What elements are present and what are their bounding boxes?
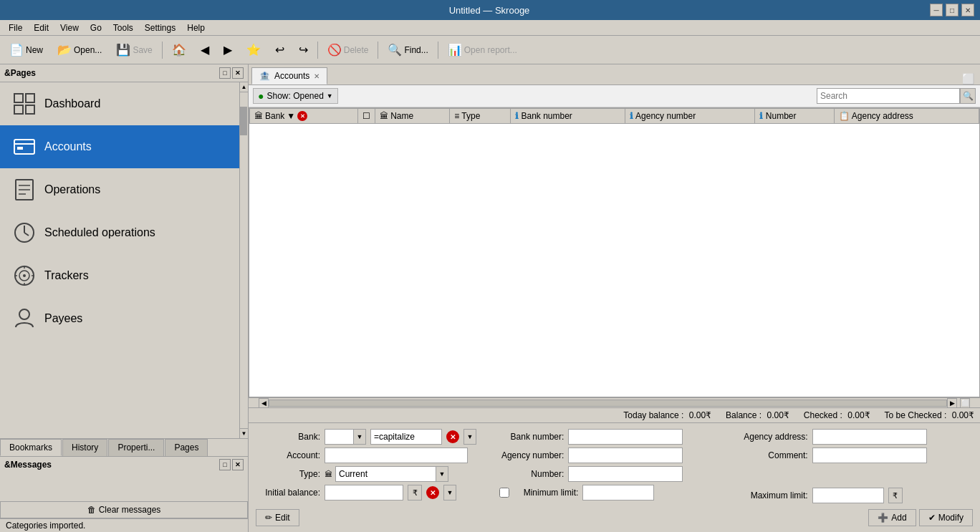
forward-button[interactable]: ▶ <box>217 39 239 62</box>
modify-label: Modify <box>938 513 964 523</box>
menu-file[interactable]: File <box>3 21 28 34</box>
col-checkbox[interactable]: ☐ <box>357 109 375 124</box>
minimize-button[interactable]: ─ <box>930 4 943 16</box>
scroll-down-button[interactable]: ▼ <box>240 428 248 438</box>
home-button[interactable]: 🏠 <box>165 39 193 62</box>
close-button[interactable]: ✕ <box>961 4 974 16</box>
form-columns: Bank: ▼ ✕ ▼ Account: <box>256 429 973 506</box>
maximum-limit-input[interactable] <box>812 488 884 503</box>
col-name[interactable]: 🏛 Name <box>375 109 449 124</box>
accounts-tab-close[interactable]: ✕ <box>314 72 320 80</box>
nav-item-dashboard[interactable]: Dashboard <box>0 82 239 125</box>
messages-restore-button[interactable]: □ <box>219 459 231 470</box>
horizontal-scrollbar: ◀ ▶ ⬜ <box>249 397 980 407</box>
new-button[interactable]: 📄 New <box>3 39 49 62</box>
col-agency-number[interactable]: ℹ Agency number <box>625 109 755 124</box>
col-bank[interactable]: 🏛 Bank ▼ ✕ <box>250 109 358 124</box>
bank-filter-clear[interactable]: ✕ <box>297 111 307 121</box>
tab-history[interactable]: History <box>62 439 107 456</box>
menu-tools[interactable]: Tools <box>107 21 139 34</box>
pages-title: &Pages <box>4 68 36 78</box>
add-button[interactable]: ➕ Add <box>868 509 916 526</box>
bank-clear-button[interactable]: ✕ <box>446 430 459 443</box>
h-scroll-track[interactable] <box>269 400 947 407</box>
back-button[interactable]: ◀ <box>194 39 216 62</box>
scroll-up-button[interactable]: ▲ <box>240 82 248 92</box>
balance-clear-button[interactable]: ✕ <box>426 486 439 499</box>
type-input[interactable] <box>335 466 436 482</box>
bank-field-label: Bank: <box>256 432 320 442</box>
panel-close-button[interactable]: ✕ <box>232 67 244 79</box>
show-opened-button[interactable]: ● Show: Opened ▼ <box>253 88 338 104</box>
search-button[interactable]: 🔍 <box>960 88 976 104</box>
col-type[interactable]: ≡ Type <box>450 109 511 124</box>
accounts-tab[interactable]: 🏦 Accounts ✕ <box>251 67 327 84</box>
initial-balance-input[interactable] <box>325 485 403 500</box>
agency-address-input[interactable] <box>812 429 927 445</box>
bank-number-input[interactable] <box>568 429 683 445</box>
table-container[interactable]: 🏛 Bank ▼ ✕ ☐ 🏛 Name <box>249 107 980 397</box>
menu-help[interactable]: Help <box>181 21 211 34</box>
menu-go[interactable]: Go <box>85 21 107 34</box>
minimum-limit-checkbox[interactable] <box>499 488 509 498</box>
pages-scrollbar: ▲ ▼ <box>239 82 248 438</box>
nav-item-trackers[interactable]: Trackers <box>0 254 239 297</box>
balance-label: Balance : 0.00₹ <box>726 410 789 420</box>
number-input[interactable] <box>568 466 683 482</box>
bank-format-input[interactable] <box>370 429 442 445</box>
balance-dropdown-button[interactable]: ▼ <box>443 485 456 500</box>
messages-close-button[interactable]: ✕ <box>232 459 244 470</box>
undo-button[interactable]: ↩ <box>269 39 291 62</box>
delete-button[interactable]: 🚫 Delete <box>321 39 375 62</box>
currency-button[interactable]: ₹ <box>408 485 422 500</box>
agency-address-field-label: Agency address: <box>744 432 808 442</box>
maximize-button[interactable]: □ <box>946 4 959 16</box>
bank-input[interactable] <box>325 429 353 445</box>
tab-bookmarks[interactable]: Bookmarks <box>0 439 62 456</box>
scroll-thumb[interactable] <box>240 107 247 135</box>
tab-pages[interactable]: Pages <box>165 439 208 456</box>
form-left-column: Bank: ▼ ✕ ▼ Account: <box>256 429 485 506</box>
modify-button[interactable]: ✔ Modify <box>919 509 973 526</box>
nav-item-accounts[interactable]: Accounts <box>0 125 239 168</box>
bookmark-button[interactable]: ⭐ <box>240 39 267 62</box>
window-controls: ─ □ ✕ <box>930 4 974 16</box>
nav-item-scheduled[interactable]: Scheduled operations <box>0 211 239 254</box>
form-middle-column: Bank number: Agency number: Number: Mini… <box>499 429 729 506</box>
tab-properties[interactable]: Properti... <box>108 439 164 456</box>
nav-item-payees[interactable]: Payees <box>0 297 239 340</box>
bank-format-dropdown[interactable]: ▼ <box>463 429 476 445</box>
comment-input[interactable] <box>812 448 927 463</box>
type-dropdown-button[interactable]: ▼ <box>436 466 448 482</box>
save-button[interactable]: 💾 Save <box>110 39 158 62</box>
form-right-buttons: ➕ Add ✔ Modify <box>868 509 973 526</box>
redo-button[interactable]: ↪ <box>292 39 314 62</box>
menu-edit[interactable]: Edit <box>28 21 54 34</box>
col-number[interactable]: ℹ Number <box>755 109 835 124</box>
report-button[interactable]: 📊 Open report... <box>441 39 524 62</box>
col-bank-number[interactable]: ℹ Bank number <box>511 109 625 124</box>
restore-panel-icon[interactable]: ⬜ <box>962 73 974 84</box>
minimum-limit-input[interactable] <box>582 485 654 500</box>
restore-view-button[interactable]: ⬜ <box>960 398 970 408</box>
edit-button[interactable]: ✏ Edit <box>256 509 299 526</box>
clear-messages-button[interactable]: 🗑 Clear messages <box>0 501 248 518</box>
form-right-column: Agency address: Comment: Maximum limit: … <box>744 429 973 506</box>
accounts-table: 🏛 Bank ▼ ✕ ☐ 🏛 Name <box>249 108 979 124</box>
panel-restore-button[interactable]: □ <box>219 67 231 79</box>
scroll-left-button[interactable]: ◀ <box>259 398 269 408</box>
find-button[interactable]: 🔍 Find... <box>381 39 434 62</box>
agency-number-input[interactable] <box>568 448 683 463</box>
trackers-label: Trackers <box>44 269 89 282</box>
open-button[interactable]: 📂 Open... <box>51 39 108 62</box>
col-agency-address[interactable]: 📋 Agency address <box>835 109 979 124</box>
account-input[interactable] <box>325 448 468 463</box>
menu-bar: File Edit View Go Tools Settings Help <box>0 20 980 36</box>
menu-settings[interactable]: Settings <box>139 21 181 34</box>
status-text: Categories imported. <box>6 521 85 531</box>
scroll-right-button[interactable]: ▶ <box>947 398 957 408</box>
nav-item-operations[interactable]: Operations <box>0 168 239 211</box>
search-input[interactable] <box>817 88 960 104</box>
menu-view[interactable]: View <box>54 21 85 34</box>
bank-dropdown-button[interactable]: ▼ <box>353 429 366 445</box>
